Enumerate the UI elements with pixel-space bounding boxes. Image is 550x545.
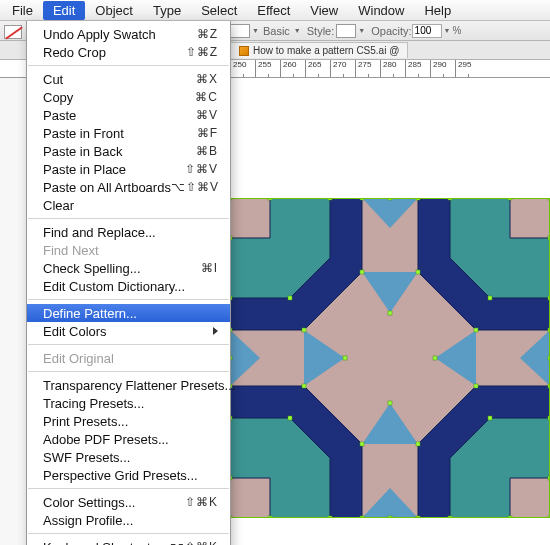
menu-item-label: Perspective Grid Presets... [43,468,218,483]
menu-item-shortcut: ⌘Z [197,27,218,41]
menu-item-find-and-replace[interactable]: Find and Replace... [27,223,230,241]
menu-item-shortcut: ⌥⇧⌘V [171,180,219,194]
menu-item-paste[interactable]: Paste⌘V [27,106,230,124]
svg-rect-56 [328,516,332,518]
menu-item-shortcut: ⌘B [196,144,218,158]
pattern-artwork[interactable] [230,198,550,518]
menu-item-shortcut: ⌘F [197,126,218,140]
menu-item-keyboard-shortcuts[interactable]: Keyboard Shortcuts...⌥⇧⌘K [27,538,230,545]
svg-rect-40 [388,401,392,405]
svg-rect-32 [360,270,364,274]
menu-item-edit-colors[interactable]: Edit Colors [27,322,230,340]
menu-item-label: Cut [43,72,196,87]
svg-rect-45 [416,442,420,446]
menu-separator [28,218,229,219]
menu-object[interactable]: Object [85,1,143,20]
menu-item-copy[interactable]: Copy⌘C [27,88,230,106]
menu-item-color-settings[interactable]: Color Settings...⇧⌘K [27,493,230,511]
menu-edit[interactable]: Edit [43,1,85,20]
menu-item-swf-presets[interactable]: SWF Presets... [27,448,230,466]
ruler-tick: 250 [230,60,255,78]
menu-separator [28,65,229,66]
menu-item-paste-in-place[interactable]: Paste in Place⇧⌘V [27,160,230,178]
ruler-ticks: 250255260265270275280285290295 [230,60,550,77]
menu-item-redo-crop[interactable]: Redo Crop⇧⌘Z [27,43,230,61]
style-picker[interactable]: Style: ▼ [307,24,365,38]
canvas[interactable] [230,78,550,545]
menu-item-print-presets[interactable]: Print Presets... [27,412,230,430]
ruler-tick: 255 [255,60,280,78]
menu-item-label: Paste in Front [43,126,197,141]
opacity-field[interactable]: Opacity: ▼ % [371,24,461,38]
document-tab[interactable]: How to make a pattern CS5.ai @ [230,42,408,58]
menu-file[interactable]: File [2,1,43,20]
menu-item-check-spelling[interactable]: Check Spelling...⌘I [27,259,230,277]
menu-help[interactable]: Help [414,1,461,20]
menu-item-label: Undo Apply Swatch [43,27,197,42]
menu-item-paste-in-front[interactable]: Paste in Front⌘F [27,124,230,142]
svg-rect-39 [433,356,437,360]
document-tab-title: How to make a pattern CS5.ai @ [253,45,399,56]
menu-item-label: Redo Crop [43,45,186,60]
svg-rect-46 [474,384,478,388]
edit-menu-dropdown[interactable]: Undo Apply Swatch⌘ZRedo Crop⇧⌘ZCut⌘XCopy… [26,21,231,545]
svg-rect-43 [302,384,306,388]
svg-rect-18 [360,198,364,200]
menu-item-paste-in-back[interactable]: Paste in Back⌘B [27,142,230,160]
menu-effect[interactable]: Effect [247,1,300,20]
svg-rect-58 [388,516,392,518]
menu-item-edit-custom-dictionary[interactable]: Edit Custom Dictionary... [27,277,230,295]
svg-rect-19 [388,198,392,200]
menu-item-adobe-pdf-presets[interactable]: Adobe PDF Presets... [27,430,230,448]
menu-item-label: Edit Colors [43,324,213,339]
menu-item-find-next: Find Next [27,241,230,259]
menu-item-label: Check Spelling... [43,261,201,276]
menu-item-shortcut: ⌘I [201,261,218,275]
menu-item-define-pattern[interactable]: Define Pattern... [27,304,230,322]
ruler-tick: 290 [430,60,455,78]
svg-rect-59 [416,516,420,518]
menu-item-cut[interactable]: Cut⌘X [27,70,230,88]
svg-rect-37 [343,356,347,360]
svg-rect-34 [474,328,478,332]
svg-rect-28 [488,296,492,300]
menu-item-assign-profile[interactable]: Assign Profile... [27,511,230,529]
svg-rect-44 [360,442,364,446]
ruler-tick: 260 [280,60,305,78]
menu-item-tracing-presets[interactable]: Tracing Presets... [27,394,230,412]
menu-item-label: SWF Presets... [43,450,218,465]
menu-item-shortcut: ⌥⇧⌘K [170,540,218,545]
menu-item-label: Transparency Flattener Presets... [43,378,235,393]
svg-rect-21 [448,198,452,200]
menu-item-clear[interactable]: Clear [27,196,230,214]
svg-rect-22 [508,198,512,200]
menu-item-label: Adobe PDF Presets... [43,432,218,447]
svg-rect-27 [288,296,292,300]
menu-item-label: Define Pattern... [43,306,218,321]
graphic-style-picker[interactable]: ▼ Basic ▼ [230,24,301,38]
ai-file-icon [239,46,249,56]
ruler-tick: 295 [455,60,480,78]
menu-view[interactable]: View [300,1,348,20]
menu-window[interactable]: Window [348,1,414,20]
menu-item-undo-apply-swatch[interactable]: Undo Apply Swatch⌘Z [27,25,230,43]
menu-type[interactable]: Type [143,1,191,20]
menu-item-shortcut: ⌘V [196,108,218,122]
menu-item-paste-on-all-artboards[interactable]: Paste on All Artboards⌥⇧⌘V [27,178,230,196]
menu-item-label: Print Presets... [43,414,218,429]
svg-rect-55 [268,516,272,518]
menu-select[interactable]: Select [191,1,247,20]
svg-rect-3 [230,478,270,518]
menu-item-label: Paste on All Artboards [43,180,171,195]
svg-rect-49 [288,416,292,420]
submenu-arrow-icon [213,327,218,335]
ruler-tick: 270 [330,60,355,78]
opacity-input[interactable] [412,24,442,38]
menu-separator [28,371,229,372]
menu-item-label: Paste in Back [43,144,196,159]
svg-rect-57 [360,516,364,518]
menubar[interactable]: FileEditObjectTypeSelectEffectViewWindow… [0,0,550,21]
svg-rect-33 [416,270,420,274]
menu-item-perspective-grid-presets[interactable]: Perspective Grid Presets... [27,466,230,484]
menu-item-transparency-flattener-presets[interactable]: Transparency Flattener Presets... [27,376,230,394]
